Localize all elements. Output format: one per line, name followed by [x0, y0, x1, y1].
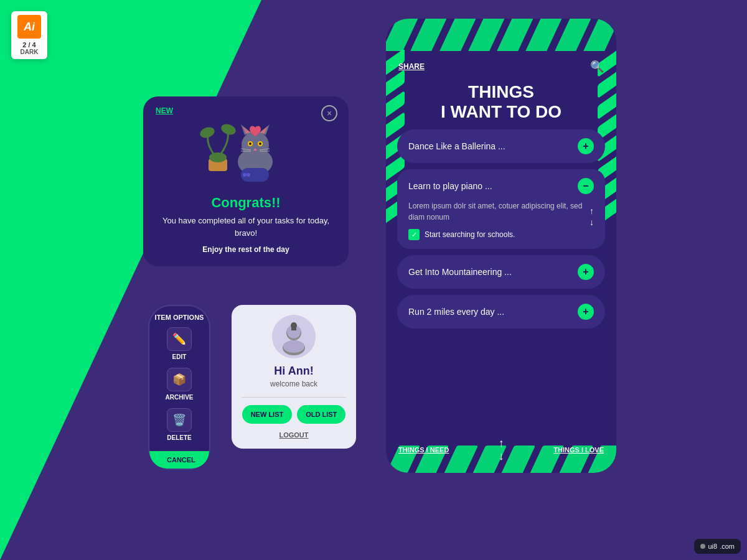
svg-point-13 — [259, 142, 261, 145]
ai-icon: Ai — [17, 15, 41, 39]
todo-task-text: Start searching for schools. — [425, 230, 515, 239]
cancel-button[interactable]: CANCEL — [149, 451, 209, 469]
todo-item-expand-button[interactable]: + — [578, 138, 594, 154]
watermark-text: ui8 — [708, 543, 717, 550]
svg-point-3 — [220, 122, 237, 136]
edit-option[interactable]: ✏️ EDIT — [167, 327, 192, 360]
watermark-dot — [700, 544, 705, 549]
todo-item-expand-button[interactable]: + — [578, 264, 594, 280]
todo-header: SHARE 🔍 — [386, 51, 616, 77]
archive-option[interactable]: 📦 ARCHIVE — [165, 368, 193, 401]
avatar — [272, 315, 316, 358]
svg-point-25 — [283, 340, 304, 353]
congrats-body: You have completed all of your tasks for… — [156, 215, 336, 239]
congrats-title: Congrats!! — [211, 195, 280, 211]
archive-icon: 📦 — [167, 368, 192, 391]
watermark-sub: .com — [720, 543, 735, 550]
todo-item[interactable]: Get Into Mountaineering ... + — [397, 255, 605, 289]
ai-badge: Ai 2 / 4 DARK — [11, 11, 47, 59]
checkbox-icon: ✓ — [408, 229, 420, 240]
user-actions: NEW LIST OLD LIST — [242, 405, 346, 424]
edit-icon: ✏️ — [167, 327, 192, 351]
things-i-love-link[interactable]: THINGS I LOVE — [553, 446, 604, 454]
user-divider — [242, 397, 346, 398]
svg-point-2 — [199, 125, 216, 139]
todo-title-line1: THINGS — [398, 82, 604, 102]
cat-illustration — [196, 109, 296, 190]
svg-rect-27 — [291, 325, 296, 330]
todo-list: Dance Like a Ballerina ... + Learn to pl… — [386, 129, 616, 431]
todo-item-expand-button[interactable]: + — [578, 304, 594, 320]
todo-task-item: ✓ Start searching for schools. — [408, 229, 594, 240]
user-welcome: welcome back — [270, 380, 317, 388]
archive-label: ARCHIVE — [165, 394, 193, 401]
todo-item[interactable]: Dance Like a Ballerina ... + — [397, 129, 605, 163]
todo-footer: THINGS I NEED ↑ ↓ THINGS I LOVE — [386, 431, 616, 473]
todo-item-collapse-button[interactable]: − — [578, 178, 594, 194]
things-i-need-link[interactable]: THINGS I NEED — [398, 446, 449, 454]
congrats-sub: Enjoy the rest of the day — [202, 245, 289, 254]
todo-item-expanded[interactable]: Learn to play piano ... − Lorem ipsum do… — [397, 169, 605, 249]
todo-item-label: Dance Like a Ballerina ... — [408, 141, 505, 151]
todo-item-label: Get Into Mountaineering ... — [408, 267, 512, 277]
svg-point-12 — [249, 142, 251, 145]
delete-option[interactable]: 🗑️ DELETE — [167, 408, 192, 441]
todo-item-expanded-header: Learn to play piano ... − — [408, 178, 594, 194]
user-card: Hi Ann! welcome back NEW LIST OLD LIST L… — [232, 305, 356, 449]
close-button[interactable]: × — [321, 105, 337, 121]
delete-label: DELETE — [167, 434, 191, 441]
ai-page: 2 / 4 — [22, 41, 35, 49]
svg-point-1 — [209, 152, 227, 162]
todo-item[interactable]: Run 2 miles every day ... + — [397, 295, 605, 329]
old-list-button[interactable]: OLD LIST — [297, 405, 345, 424]
todo-expanded-body: Lorem ipsum dolr sit amet, cotuer adipis… — [408, 200, 594, 240]
search-button[interactable]: 🔍 — [590, 60, 604, 73]
todo-lorem-text: Lorem ipsum dolr sit amet, cotuer adipis… — [408, 200, 594, 223]
svg-point-21 — [243, 173, 247, 177]
edit-label: EDIT — [172, 353, 187, 360]
item-options-title: ITEM OPTIONS — [155, 314, 204, 321]
new-list-button[interactable]: NEW LIST — [242, 405, 293, 424]
congrats-card: NEW × — [143, 96, 349, 266]
ai-mode: DARK — [21, 49, 39, 55]
share-label[interactable]: SHARE — [398, 62, 425, 71]
down-arrow-icon: ↓ — [499, 450, 504, 463]
new-label: NEW — [156, 106, 173, 115]
logout-button[interactable]: LOGOUT — [279, 431, 308, 439]
svg-point-20 — [247, 173, 250, 177]
todo-item-label-expanded: Learn to play piano ... — [408, 181, 492, 191]
user-greeting: Hi Ann! — [274, 365, 313, 378]
up-arrow-icon: ↑ — [499, 437, 504, 450]
todo-title-line2: I WANT TO DO — [398, 102, 604, 122]
todo-app: SHARE 🔍 THINGS I WANT TO DO Dance Like a… — [386, 19, 616, 473]
todo-item-label: Run 2 miles every day ... — [408, 307, 504, 317]
delete-icon: 🗑️ — [167, 408, 192, 432]
watermark: ui8 .com — [694, 539, 741, 554]
todo-title: THINGS I WANT TO DO — [386, 77, 616, 129]
footer-scroll-arrows[interactable]: ↑ ↓ — [499, 437, 504, 463]
item-options-panel: ITEM OPTIONS ✏️ EDIT 📦 ARCHIVE 🗑️ DELETE… — [148, 305, 210, 470]
